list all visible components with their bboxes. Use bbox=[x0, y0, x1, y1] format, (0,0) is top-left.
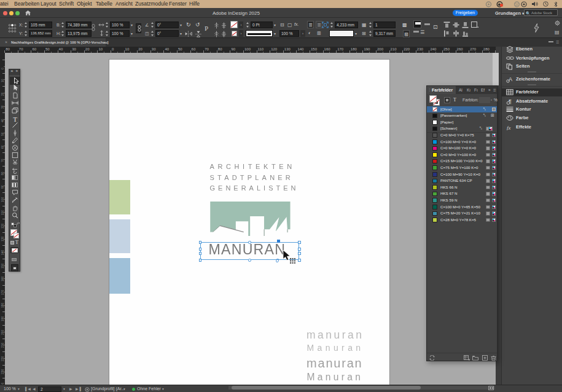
svg-text:¶: ¶ bbox=[509, 98, 512, 104]
svg-text:fx: fx bbox=[507, 124, 511, 130]
